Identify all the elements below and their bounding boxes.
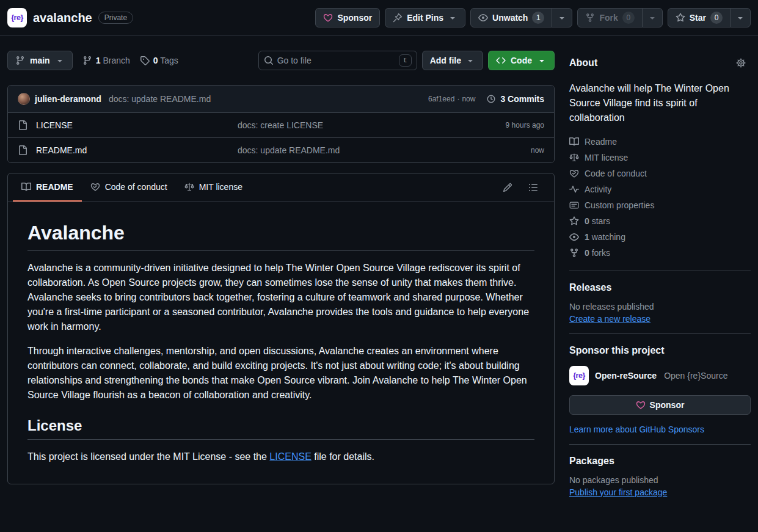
- ref-links: 1 Branch 0 Tags: [82, 56, 178, 65]
- star-count: 0: [710, 12, 723, 24]
- tab-code-of-conduct[interactable]: Code of conduct: [82, 173, 176, 202]
- commit-sha-link[interactable]: 6af1eed: [428, 95, 454, 103]
- table-row[interactable]: README.md docs: update README.md now: [8, 137, 554, 162]
- fork-icon: [569, 248, 579, 258]
- readme-paragraph: Avalanche is a community-driven initiati…: [27, 261, 534, 334]
- watch-count: 1: [532, 12, 544, 24]
- latest-commit-bar: julien-deramond docs: update README.md 6…: [8, 86, 554, 112]
- file-commit-message[interactable]: docs: create LICENSE: [238, 120, 440, 130]
- readme-paragraph: Through interactive challenges, mentorsh…: [27, 344, 534, 403]
- goto-file-input[interactable]: [277, 56, 395, 65]
- readme-title: Avalanche: [27, 222, 534, 251]
- readme-card: README Code of conduct MIT license: [7, 173, 555, 484]
- sponsor-project-button[interactable]: Sponsor: [569, 395, 751, 415]
- eye-icon: [569, 232, 579, 242]
- sidebar-item-mit-license[interactable]: MIT license: [569, 150, 751, 166]
- tag-icon: [140, 56, 150, 65]
- code-button[interactable]: Code: [488, 51, 555, 70]
- star-button[interactable]: Star 0: [668, 8, 731, 27]
- releases-empty-text: No releases published: [569, 302, 751, 312]
- sponsor-org-description: Open {re}Source: [664, 371, 727, 381]
- commit-time: now: [462, 95, 475, 103]
- file-icon: [18, 145, 27, 155]
- unwatch-button[interactable]: Unwatch 1: [470, 8, 552, 27]
- branches-link[interactable]: 1 Branch: [82, 56, 130, 65]
- file-link[interactable]: README.md: [18, 145, 238, 155]
- goto-file-box: t: [258, 51, 417, 70]
- file-link[interactable]: LICENSE: [18, 120, 238, 130]
- code-of-conduct-icon: [90, 182, 100, 192]
- sidebar-item-stars[interactable]: 0 stars: [569, 213, 751, 229]
- chevron-down-icon: [537, 56, 547, 65]
- sidebar-item-code-of-conduct[interactable]: Code of conduct: [569, 166, 751, 181]
- toolbar-right: t Add file Code: [258, 51, 555, 70]
- releases-section: Releases No releases published Create a …: [569, 271, 751, 333]
- git-branch-icon: [82, 56, 92, 65]
- sidebar-item-forks[interactable]: 0 forks: [569, 245, 751, 261]
- code-icon: [496, 56, 506, 65]
- law-icon: [184, 182, 194, 192]
- history-icon: [486, 94, 496, 104]
- edit-pins-button[interactable]: Edit Pins: [385, 8, 465, 27]
- visibility-badge: Private: [98, 12, 133, 24]
- star-dropdown-button[interactable]: [730, 8, 751, 27]
- chevron-down-icon: [735, 13, 745, 23]
- commit-message-link[interactable]: docs: update README.md: [109, 94, 211, 104]
- star-button-group: Star 0: [668, 8, 751, 27]
- tags-link[interactable]: 0 Tags: [140, 56, 178, 65]
- fork-button[interactable]: Fork 0: [577, 8, 642, 27]
- search-icon: [264, 56, 274, 65]
- edit-readme-button[interactable]: [498, 178, 517, 197]
- branch-selector[interactable]: main: [7, 51, 73, 70]
- learn-more-sponsors-link[interactable]: Learn more about GitHub Sponsors: [569, 425, 704, 434]
- sponsor-button[interactable]: Sponsor: [315, 8, 380, 27]
- org-avatar[interactable]: {re}: [7, 8, 27, 27]
- watch-button-group: Unwatch 1: [470, 8, 572, 27]
- fork-count: 0: [622, 12, 635, 24]
- git-branch-icon: [15, 56, 25, 65]
- add-file-button[interactable]: Add file: [422, 51, 483, 70]
- commit-author-avatar[interactable]: [18, 93, 30, 105]
- sponsor-org-name[interactable]: Open-reSource: [595, 371, 657, 381]
- heart-icon: [636, 400, 646, 410]
- readme-body: Avalanche Avalanche is a community-drive…: [8, 202, 554, 484]
- list-unordered-icon: [528, 183, 538, 192]
- publish-package-link[interactable]: Publish your first package: [569, 487, 667, 497]
- sponsor-org-avatar[interactable]: {re}: [569, 366, 589, 385]
- watch-dropdown-button[interactable]: [552, 8, 572, 27]
- repo-identity: {re} avalanche Private: [7, 8, 133, 27]
- sidebar-item-activity[interactable]: Activity: [569, 181, 751, 197]
- commit-history-link[interactable]: 3 Commits: [486, 94, 544, 104]
- tab-mit-license[interactable]: MIT license: [176, 173, 251, 202]
- header-actions: Sponsor Edit Pins Unwatch 1 Fork 0: [315, 8, 751, 27]
- about-description: Avalanche will help The Winter Open Sour…: [569, 81, 751, 125]
- pin-icon: [393, 13, 403, 23]
- tab-readme[interactable]: README: [13, 173, 82, 202]
- outline-toc-button[interactable]: [523, 178, 543, 197]
- law-icon: [569, 153, 579, 162]
- fork-icon: [585, 13, 595, 23]
- sidebar-item-custom-properties[interactable]: Custom properties: [569, 197, 751, 213]
- repo-title[interactable]: avalanche: [33, 11, 92, 25]
- edit-repo-details-button[interactable]: [731, 53, 751, 73]
- sidebar-item-watching[interactable]: 1 watching: [569, 229, 751, 245]
- license-heading: License: [27, 417, 534, 440]
- chevron-down-icon: [647, 13, 657, 23]
- readme-actions: [498, 178, 549, 197]
- note-icon: [569, 200, 579, 210]
- file-table: julien-deramond docs: update README.md 6…: [7, 85, 555, 163]
- sidebar-item-readme[interactable]: Readme: [569, 134, 751, 150]
- create-release-link[interactable]: Create a new release: [569, 314, 650, 324]
- license-file-link[interactable]: LICENSE: [269, 451, 311, 462]
- pencil-icon: [503, 183, 512, 192]
- file-commit-message[interactable]: docs: update README.md: [238, 145, 440, 155]
- commit-sha-time: 6af1eed · now: [428, 95, 475, 103]
- table-row[interactable]: LICENSE docs: create LICENSE 9 hours ago: [8, 112, 554, 137]
- packages-heading: Packages: [569, 456, 751, 467]
- goto-file-shortcut-key: t: [399, 54, 412, 67]
- file-commit-time: now: [440, 146, 544, 155]
- commit-author-link[interactable]: julien-deramond: [35, 94, 101, 104]
- fork-dropdown-button[interactable]: [642, 8, 663, 27]
- main-column: main 1 Branch 0 Tags t: [7, 51, 555, 507]
- readme-tabbar: README Code of conduct MIT license: [8, 173, 554, 202]
